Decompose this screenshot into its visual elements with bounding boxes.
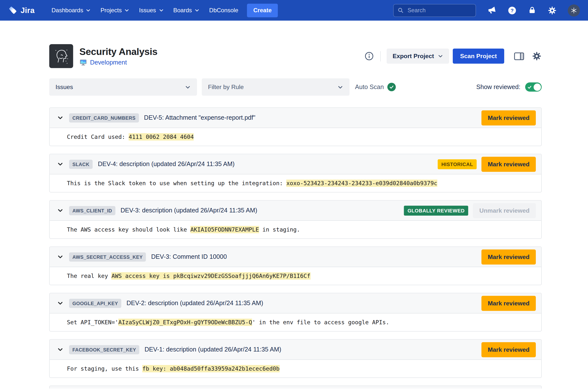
- rule-filter-dropdown[interactable]: Filter by Rule: [202, 79, 350, 96]
- review-button[interactable]: Mark reviewed: [481, 249, 536, 264]
- finding-card: AWS_CLIENT_ID DEV-3: description (update…: [49, 200, 542, 239]
- project-link[interactable]: Development: [90, 59, 127, 66]
- nav-item[interactable]: Issues: [134, 4, 168, 17]
- lock-icon[interactable]: [528, 6, 537, 15]
- collapse-chevron-icon[interactable]: [57, 253, 64, 260]
- main-content: Security Analysis Development: [0, 44, 588, 389]
- finding-card: GOOGLE_API_KEY DEV-2: description (updat…: [49, 293, 542, 332]
- collapse-chevron-icon[interactable]: [57, 114, 64, 121]
- status-chip: HISTORICAL: [438, 159, 477, 169]
- issues-dropdown-label: Issues: [56, 84, 73, 91]
- finding-card: CREDIT_CARD_NUMBERS DEV-5: Attachment "e…: [49, 107, 542, 146]
- finding-card: AWS_SECRET_ACCESS_KEY DEV-3: Comment ID …: [49, 246, 542, 285]
- body-text: ' in the env file to access google APIs.: [252, 319, 389, 326]
- nav-item-label: DbConsole: [209, 7, 238, 14]
- toggle-knob: [533, 83, 541, 91]
- show-reviewed-toggle[interactable]: [525, 82, 542, 92]
- check-icon: [527, 85, 532, 89]
- nav-item[interactable]: Dashboards: [47, 4, 95, 17]
- project-line: Development: [79, 59, 157, 66]
- vertical-divider: [381, 51, 381, 61]
- collapse-chevron-icon[interactable]: [57, 160, 64, 168]
- finding-title: DEV-1: description (updated 26/Apr/24 11…: [145, 346, 281, 353]
- search-input[interactable]: [407, 7, 472, 14]
- finding-card-header: SLACK DEV-4: description (updated 26/Apr…: [50, 154, 542, 175]
- finding-header-right: Mark reviewed: [481, 342, 536, 357]
- collapse-chevron-icon[interactable]: [57, 346, 64, 353]
- jira-logo-icon: [8, 5, 18, 15]
- finding-title: DEV-5: Attachment "expense-report.pdf": [144, 114, 256, 121]
- review-button[interactable]: Mark reviewed: [481, 295, 536, 311]
- top-navigation: Jira Dashboards Projects Issues Boards D…: [0, 0, 588, 21]
- auto-scan-label: Auto Scan: [355, 83, 384, 91]
- scan-project-button[interactable]: Scan Project: [453, 49, 504, 64]
- title-block: Security Analysis Development: [79, 46, 157, 66]
- info-icon[interactable]: [365, 51, 374, 61]
- review-button[interactable]: Mark reviewed: [481, 110, 536, 125]
- export-project-label: Export Project: [392, 53, 434, 60]
- body-text: This is the Slack token to use when sett…: [67, 180, 286, 187]
- review-button[interactable]: Mark reviewed: [481, 156, 536, 172]
- app-viewport: Jira Dashboards Projects Issues Boards D…: [0, 0, 588, 390]
- review-button[interactable]: Unmark reviewed: [473, 203, 536, 218]
- project-avatar: [49, 44, 73, 68]
- finding-card-header: AWS_SECRET_ACCESS_KEY DEV-3: Comment ID …: [50, 247, 542, 267]
- nav-menu: Dashboards Projects Issues Boards DbCons…: [47, 4, 242, 17]
- finding-body: Set API_TOKEN='AIzaSyCLWjZ0_ETxgPOxH-gQY…: [50, 313, 542, 331]
- nav-item[interactable]: Boards: [169, 4, 204, 17]
- settings-gear-icon[interactable]: [548, 6, 557, 15]
- rule-badge: AWS_SECRET_ACCESS_KEY: [69, 252, 146, 261]
- settings-gear-icon[interactable]: [532, 51, 542, 61]
- finding-title: DEV-4: description (updated 26/Apr/24 11…: [98, 160, 235, 168]
- secret-highlight: AWS access key is pkBcqiwzv29DEzGSSoafjj…: [112, 272, 311, 280]
- nav-item-label: Issues: [139, 7, 156, 14]
- finding-body: The real key AWS access key is pkBcqiwzv…: [50, 267, 542, 285]
- auto-scan-check-icon: [388, 83, 396, 92]
- collapse-chevron-icon[interactable]: [57, 299, 64, 307]
- export-project-button[interactable]: Export Project: [387, 49, 449, 64]
- finding-header-right: Mark reviewed: [481, 110, 536, 125]
- body-text: Set API_TOKEN=': [67, 319, 118, 326]
- page-header-actions: Export Project Scan Project: [365, 49, 542, 64]
- chevron-down-icon: [124, 8, 129, 13]
- nav-item[interactable]: Projects: [96, 4, 134, 17]
- chevron-down-icon: [438, 53, 443, 59]
- review-button[interactable]: Mark reviewed: [481, 342, 536, 357]
- jira-logo-text: Jira: [21, 6, 35, 15]
- search-box[interactable]: [393, 4, 476, 17]
- rule-badge: SLACK: [69, 159, 93, 169]
- issues-dropdown[interactable]: Issues: [49, 79, 197, 96]
- finding-header-right: Mark reviewed: [481, 295, 536, 311]
- secret-highlight: 4111 0062 2084 4604: [129, 133, 194, 141]
- finding-card-header: GOOGLE_API_KEY DEV-2: description (updat…: [50, 293, 542, 314]
- user-avatar[interactable]: [568, 4, 580, 16]
- finding-body: This is the Slack token to use when sett…: [50, 174, 542, 192]
- finding-card: FACEBOOK_SECRET_KEY DEV-1: description (…: [49, 339, 542, 378]
- body-text: The real key: [67, 273, 112, 279]
- nav-icon-group: ?: [487, 4, 580, 16]
- filter-row: Issues Filter by Rule Auto Scan Show rev…: [49, 79, 542, 96]
- finding-card-header: CREDIT_CARD_NUMBERS DEV-5: Attachment "e…: [50, 108, 542, 128]
- finding-card: SLACK DEV-4: description (updated 26/Apr…: [49, 154, 542, 193]
- finding-title: DEV-3: Comment ID 10000: [151, 253, 227, 260]
- rule-badge: CREDIT_CARD_NUMBERS: [69, 113, 139, 122]
- status-chip: GLOBALLY REVIEWED: [404, 205, 469, 216]
- chevron-down-icon: [158, 8, 164, 13]
- nav-item-label: Dashboards: [51, 7, 83, 14]
- rule-filter-label: Filter by Rule: [208, 84, 244, 91]
- details-panel-icon[interactable]: [514, 51, 525, 61]
- secret-highlight: fb key: ab048ad50ffa33959a242b1ecec6ed0b: [142, 365, 279, 372]
- auto-scan-status: Auto Scan: [355, 83, 396, 92]
- jira-logo[interactable]: Jira: [8, 5, 35, 15]
- secret-highlight: AIzaSyCLWjZ0_ETxgPOxH-gQYT9ODeWcBBZU5-Q: [118, 319, 252, 326]
- help-icon[interactable]: ?: [508, 6, 517, 15]
- chevron-down-icon: [337, 84, 343, 90]
- collapse-chevron-icon[interactable]: [57, 207, 64, 214]
- create-button[interactable]: Create: [247, 3, 278, 17]
- page-header: Security Analysis Development: [49, 44, 542, 68]
- announcement-icon[interactable]: [487, 6, 497, 15]
- secret-highlight: AKIAIO5FODNN7EXAMPLE: [190, 226, 259, 233]
- nav-item[interactable]: DbConsole: [205, 4, 243, 17]
- body-text: For staging, use this: [67, 365, 142, 372]
- finding-card-header: FACEBOOK_SECRET_KEY DEV-1: description (…: [50, 340, 542, 360]
